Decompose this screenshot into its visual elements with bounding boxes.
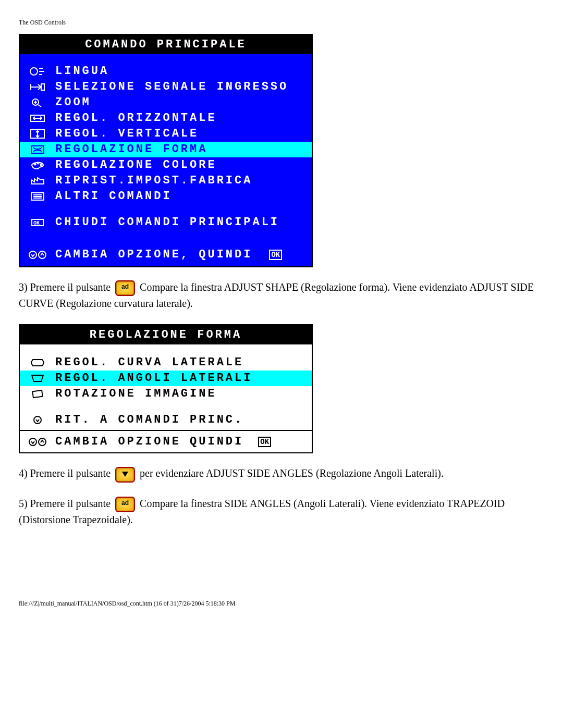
svg-text:OK: OK — [33, 220, 40, 226]
menu-label: SELEZIONE SEGNALE INGRESSO — [55, 80, 288, 94]
updown-icon — [27, 249, 48, 261]
menu-item-close[interactable]: OK CHIUDI COMANDI PRINCIPALI — [20, 215, 312, 230]
menu-label: REGOL. ORIZZONTALE — [55, 111, 217, 126]
svg-point-12 — [29, 251, 36, 258]
menu-label: RIT. A COMANDI PRINC. — [55, 413, 243, 427]
menu-item-horizontal[interactable]: REGOL. ORIZZONTALE — [20, 110, 312, 126]
svg-rect-5 — [31, 146, 44, 153]
menu-item-extra[interactable]: ALTRI COMANDI — [20, 189, 312, 204]
side-angles-icon — [27, 372, 48, 385]
menu-item-return[interactable]: RIT. A COMANDI PRINC. — [20, 412, 312, 428]
zoom-icon — [27, 96, 48, 109]
updown-icon — [27, 436, 48, 448]
page-header: The OSD Controls — [19, 19, 544, 27]
ok-button-icon: ad — [115, 497, 135, 512]
shape-icon — [27, 143, 48, 156]
page-footer: file:///Z|/multi_manual/ITALIAN/OSD/osd_… — [19, 600, 544, 608]
svg-point-0 — [30, 68, 38, 75]
svg-point-16 — [29, 438, 36, 446]
list-icon — [27, 190, 48, 203]
osd-shape-menu: REGOLAZIONE FORMA REGOL. CURVA LATERALE … — [19, 324, 313, 453]
horizontal-icon — [27, 112, 48, 125]
down-circle-icon — [27, 414, 48, 426]
ok-badge: OK — [258, 437, 271, 447]
svg-point-15 — [34, 416, 41, 424]
palette-icon — [27, 159, 48, 171]
menu-label: RIPRIST.IMPOST.FABRICA — [55, 174, 252, 188]
down-button-icon — [115, 467, 135, 483]
svg-point-6 — [34, 164, 36, 165]
menu-label: CHIUDI COMANDI PRINCIPALI — [55, 215, 279, 230]
language-icon — [27, 65, 48, 78]
svg-point-8 — [41, 164, 42, 166]
menu-label: ALTRI COMANDI — [55, 189, 172, 204]
menu-item-color[interactable]: REGOLAZIONE COLORE — [20, 157, 312, 173]
footer-text: CAMBIA OPZIONE, QUINDI — [55, 248, 252, 261]
osd-shape-footer: CAMBIA OPZIONE QUINDI OK — [20, 430, 312, 452]
menu-label: ROTAZIONE IMMAGINE — [55, 387, 217, 401]
ok-icon: OK — [27, 216, 48, 229]
menu-label: ZOOM — [55, 95, 91, 110]
menu-label: LINGUA — [55, 64, 109, 79]
ok-badge: OK — [269, 250, 282, 260]
svg-point-13 — [39, 251, 46, 258]
menu-item-side-angles[interactable]: REGOL. ANGOLI LATERALI — [20, 371, 312, 386]
menu-item-zoom[interactable]: ZOOM — [20, 95, 312, 110]
footer-text: CAMBIA OPZIONE QUINDI — [55, 435, 243, 448]
osd-main-title: COMANDO PRINCIPALE — [20, 35, 312, 54]
ok-button-icon: ad — [115, 280, 135, 296]
menu-label: REGOL. VERTICALE — [55, 127, 199, 141]
step-3-text: 3) Premere il pulsante ad Compare la fin… — [19, 280, 544, 311]
menu-item-vertical[interactable]: REGOL. VERTICALE — [20, 126, 312, 142]
osd-shape-title: REGOLAZIONE FORMA — [20, 325, 312, 344]
menu-label: REGOLAZIONE FORMA — [55, 142, 207, 157]
menu-item-factory[interactable]: RIPRIST.IMPOST.FABRICA — [20, 173, 312, 189]
side-curve-icon — [27, 356, 48, 369]
menu-item-input[interactable]: SELEZIONE SEGNALE INGRESSO — [20, 79, 312, 95]
svg-rect-14 — [32, 390, 42, 398]
menu-item-language[interactable]: LINGUA — [20, 64, 312, 79]
step-5-text: 5) Premere il pulsante ad Compare la fin… — [19, 496, 544, 527]
menu-label: REGOL. ANGOLI LATERALI — [55, 371, 252, 386]
svg-point-7 — [38, 163, 39, 164]
svg-rect-1 — [41, 84, 44, 90]
menu-item-side-curve[interactable]: REGOL. CURVA LATERALE — [20, 355, 312, 371]
svg-point-17 — [39, 438, 46, 446]
menu-label: REGOLAZIONE COLORE — [55, 158, 217, 172]
input-icon — [27, 81, 48, 93]
vertical-icon — [27, 128, 48, 140]
menu-item-shape[interactable]: REGOLAZIONE FORMA — [20, 142, 312, 157]
menu-label: REGOL. CURVA LATERALE — [55, 355, 243, 370]
osd-main-footer: CAMBIA OPZIONE, QUINDI OK — [20, 243, 312, 266]
menu-item-rotation[interactable]: ROTAZIONE IMMAGINE — [20, 386, 312, 402]
osd-main-menu: COMANDO PRINCIPALE LINGUA SELEZIONE SEGN… — [19, 34, 313, 267]
rotation-icon — [27, 388, 48, 400]
step-4-text: 4) Premere il pulsante per evidenziare A… — [19, 466, 544, 482]
factory-icon — [27, 175, 48, 187]
